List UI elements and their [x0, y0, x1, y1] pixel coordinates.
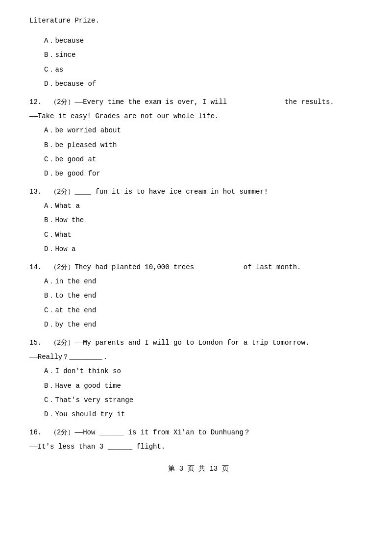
intro-line: Literature Prize. — [29, 15, 368, 27]
q12-option-b: B．be pleased with — [44, 139, 368, 151]
q16-subline: ——It's less than 3 ______ flight. — [29, 441, 368, 453]
page-content: Literature Prize. A．because B．since C．as… — [29, 15, 368, 476]
q15-subline: ——Really？________． — [29, 351, 368, 363]
q12-stem: 12. （2分）——Every time the exam is over, I… — [29, 96, 368, 108]
q14-option-d: D．by the end — [44, 319, 368, 331]
q12-subline: ——Take it easy! Grades are not our whole… — [29, 110, 368, 123]
q15-option-c: C．That's very strange — [44, 394, 368, 406]
q15-option-b: B．Have a good time — [44, 380, 368, 392]
page-number: 第 3 页 共 13 页 — [168, 465, 228, 473]
q13-stem: 13. （2分）____ fun it is to have ice cream… — [29, 186, 368, 198]
q14-option-a: A．in the end — [44, 276, 368, 288]
question-15: 15. （2分）——My parents and I will go to Lo… — [29, 334, 368, 421]
option-b-prev: B．since — [44, 49, 368, 61]
question-16: 16. （2分）——How ______ is it from Xi'an to… — [29, 424, 368, 453]
question-14: 14. （2分）They had planted 10,000 trees of… — [29, 258, 368, 331]
page-footer: 第 3 页 共 13 页 — [29, 463, 368, 475]
question-12: 12. （2分）——Every time the exam is over, I… — [29, 93, 368, 180]
q13-option-b: B．How the — [44, 214, 368, 227]
option-a-prev: A．because — [44, 35, 368, 47]
q12-option-a: A．be worried about — [44, 125, 368, 137]
q14-stem: 14. （2分）They had planted 10,000 trees of… — [29, 261, 368, 274]
q13-option-d: D．How a — [44, 243, 368, 255]
q15-stem: 15. （2分）——My parents and I will go to Lo… — [29, 337, 368, 349]
q15-option-d: D．You should try it — [44, 408, 368, 421]
q14-option-c: C．at the end — [44, 304, 368, 317]
options-block-prev: A．because B．since C．as D．because of — [29, 32, 368, 90]
option-d-prev: D．because of — [44, 78, 368, 90]
q12-option-d: D．be good for — [44, 168, 368, 180]
q13-option-c: C．What — [44, 229, 368, 241]
q16-stem: 16. （2分）——How ______ is it from Xi'an to… — [29, 427, 368, 439]
q12-option-c: C．be good at — [44, 153, 368, 166]
option-c-prev: C．as — [44, 64, 368, 76]
question-13: 13. （2分）____ fun it is to have ice cream… — [29, 183, 368, 255]
q14-option-b: B．to the end — [44, 290, 368, 302]
q15-option-a: A．I don't think so — [44, 365, 368, 378]
q13-option-a: A．What a — [44, 200, 368, 212]
